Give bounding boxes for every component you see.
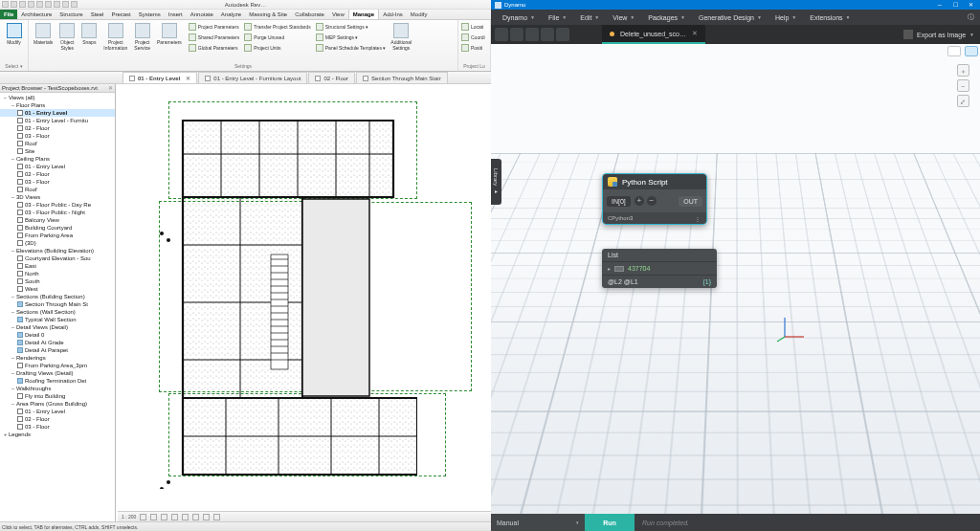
tree-node[interactable]: 03 - Floor (0, 423, 115, 431)
qat-button[interactable] (62, 1, 69, 8)
tree-node[interactable]: Balcony View (0, 216, 115, 224)
zoom-out-button[interactable]: − (957, 79, 969, 92)
minimize-button[interactable]: ─ (932, 0, 947, 10)
qat-button[interactable] (11, 1, 17, 8)
preview-item[interactable]: ▸ 437704 (602, 262, 717, 276)
tree-node[interactable]: 01 - Entry Level - Furnitu (0, 117, 115, 124)
tree-node[interactable]: +Legends (0, 431, 115, 438)
tree-node[interactable]: 01 - Entry Level (0, 109, 115, 117)
tree-node[interactable]: 01 - Entry Level (0, 408, 115, 415)
node-header[interactable]: Python Script (603, 174, 706, 189)
tab-massing[interactable]: Massing & Site (245, 10, 291, 19)
tree-node[interactable]: Detail At Parapet (0, 346, 115, 354)
view-scale[interactable]: 1 : 200 (122, 514, 136, 520)
crop-icon[interactable] (182, 514, 189, 520)
materials-button[interactable]: Materials (32, 22, 55, 53)
structural-settings-button[interactable]: Structural Settings ▾ (316, 22, 387, 32)
viewtab-entry-level[interactable]: 01 - Entry Level✕ (122, 72, 197, 83)
tab-annotate[interactable]: Annotate (187, 10, 217, 19)
tab-insert[interactable]: Insert (165, 10, 187, 19)
remove-input-button[interactable]: − (647, 196, 657, 206)
tree-node[interactable]: Section Through Main St (0, 300, 115, 308)
tree-node[interactable]: −Detail Views (Detail) (0, 323, 115, 331)
parameters-button[interactable]: Parameters (155, 22, 184, 53)
tree-node[interactable]: Site (0, 147, 115, 155)
output-preview[interactable]: List ▸ 437704 @L2 @L1 {1} (602, 249, 717, 288)
tree-node[interactable]: −Sections (Wall Section) (0, 308, 115, 316)
redo-button[interactable] (556, 28, 569, 41)
close-icon[interactable]: ✕ (692, 30, 698, 37)
panel-templates-button[interactable]: Panel Schedule Templates ▾ (316, 43, 387, 53)
zoom-in-button[interactable]: ＋ (957, 64, 969, 77)
qat-button[interactable] (36, 1, 43, 8)
reveal-icon[interactable] (213, 514, 220, 520)
tab-steel[interactable]: Steel (87, 10, 108, 19)
mep-settings-button[interactable]: MEP Settings ▾ (316, 33, 387, 42)
purge-unused-button[interactable]: Purge Unused (244, 33, 311, 42)
open-button[interactable] (510, 28, 523, 41)
menu-extensions[interactable]: Extensions▼ (804, 14, 856, 21)
tree-node[interactable]: 02 - Floor (0, 415, 115, 423)
shared-parameters-button[interactable]: Shared Parameters (189, 33, 239, 42)
undo-button[interactable] (541, 28, 554, 41)
location-button[interactable]: Locati (461, 22, 487, 32)
tree-node[interactable]: {3D} (0, 239, 115, 247)
zoom-fit-button[interactable]: ⤢ (957, 95, 969, 107)
tree-node[interactable]: 03 - Floor (0, 132, 115, 140)
menu-help[interactable]: Help▼ (769, 14, 802, 21)
object-styles-button[interactable]: ObjectStyles (57, 22, 77, 53)
close-icon[interactable]: ✕ (186, 73, 190, 84)
tree-node[interactable]: −Elevations (Building Elevation) (0, 247, 115, 254)
run-mode-select[interactable]: Manual ▾ (491, 514, 585, 531)
tree-node[interactable]: Typical Wall Section (0, 316, 115, 323)
tab-view[interactable]: View (328, 10, 348, 19)
modify-button[interactable]: Modify (3, 22, 25, 46)
geometry-view-button[interactable] (965, 46, 978, 56)
tree-node[interactable]: 03 - Floor Public - Day Re (0, 201, 115, 209)
tree-node[interactable]: From Parking Area_3pm (0, 362, 115, 369)
position-button[interactable]: Positi (461, 43, 487, 53)
tree-node[interactable]: −Drafting Views (Detail) (0, 369, 115, 377)
drawing-canvas[interactable] (116, 84, 491, 521)
menu-edit[interactable]: Edit▼ (574, 14, 605, 21)
graph-tab[interactable]: Delete_unused_sco… ✕ (602, 25, 705, 44)
tree-node[interactable]: 02 - Floor (0, 170, 115, 178)
tab-analyze[interactable]: Analyze (217, 10, 245, 19)
python-script-node[interactable]: Python Script IN[0] + − OUT CPython3 ⋮ (602, 173, 707, 225)
tree-node[interactable]: East (0, 262, 115, 270)
qat-button[interactable] (45, 1, 52, 8)
info-icon[interactable]: ⓘ (968, 12, 974, 22)
close-button[interactable]: ✕ (963, 0, 978, 10)
global-parameters-button[interactable]: Global Parameters (189, 43, 239, 53)
dynamo-canvas[interactable]: ＋ − ⤢ Library ▸ Python Script IN[0] + − … (491, 44, 980, 514)
tree-node[interactable]: South (0, 277, 115, 285)
tree-node[interactable]: −Area Plans (Gross Building) (0, 400, 115, 408)
viewtab-02-floor[interactable]: 02 - Floor (308, 72, 355, 83)
library-handle[interactable]: Library ▸ (491, 159, 501, 205)
menu-generative-design[interactable]: Generative Design▼ (693, 14, 768, 21)
tab-modify[interactable]: Modify (407, 10, 432, 19)
tab-addins[interactable]: Add-Ins (379, 10, 407, 19)
tree-node[interactable]: From Parking Area (0, 232, 115, 239)
qat-button[interactable] (71, 1, 78, 8)
tree-node[interactable]: Fly into Building (0, 392, 115, 400)
tree-node[interactable]: −Walkthroughs (0, 385, 115, 392)
tree-node[interactable]: −Floor Plans (0, 101, 115, 109)
tree-node[interactable]: Courtyard Elevation - Sou (0, 254, 115, 262)
qat-button[interactable] (19, 1, 26, 8)
tab-systems[interactable]: Systems (135, 10, 165, 19)
viewtab-furniture-layout[interactable]: 01 - Entry Level - Furniture Layout (198, 72, 307, 83)
save-button[interactable] (525, 28, 539, 41)
tree-node[interactable]: 03 - Floor Public - Night (0, 209, 115, 216)
transfer-standards-button[interactable]: Transfer Project Standards (244, 22, 311, 32)
qat-button[interactable] (28, 1, 34, 8)
tree-node[interactable]: Roofing Termination Det (0, 377, 115, 385)
tree-node[interactable]: −Sections (Building Section) (0, 293, 115, 300)
menu-file[interactable]: File▼ (543, 14, 572, 21)
tree-node[interactable]: Detail 0 (0, 331, 115, 339)
detail-level-icon[interactable] (140, 514, 146, 520)
qat-button[interactable] (2, 1, 9, 8)
expand-icon[interactable]: ▸ (608, 265, 611, 272)
tree-node[interactable]: Detail At Grade (0, 339, 115, 346)
add-input-button[interactable]: + (635, 196, 644, 206)
